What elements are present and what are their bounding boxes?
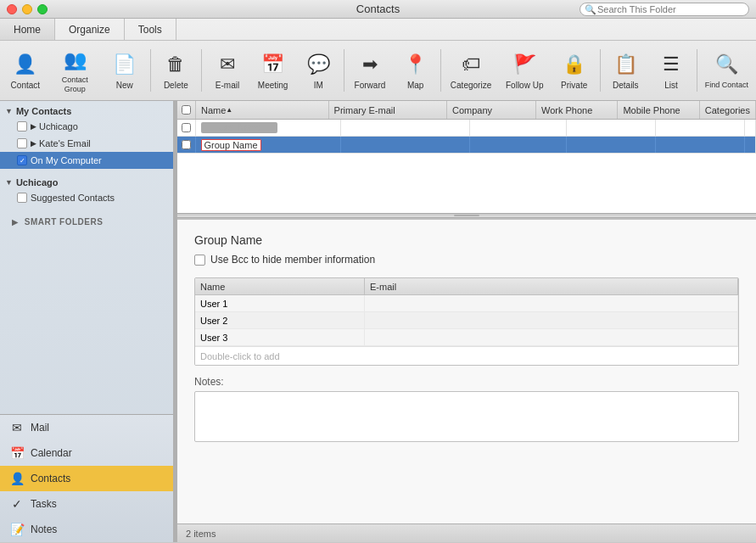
contact-group-icon: 👥 bbox=[61, 47, 88, 73]
title-search-wrapper: 🔍 bbox=[580, 3, 749, 16]
follow-up-icon: 🚩 bbox=[511, 51, 538, 78]
bcc-row: Use Bcc to hide member information bbox=[194, 254, 739, 266]
select-all-checkbox[interactable] bbox=[182, 105, 191, 115]
tab-organize[interactable]: Organize bbox=[55, 19, 125, 40]
email-icon: ✉ bbox=[214, 51, 241, 78]
close-button[interactable] bbox=[7, 4, 17, 14]
row-name-group: Group Name bbox=[196, 137, 341, 153]
tab-tools[interactable]: Tools bbox=[125, 19, 176, 40]
maximize-button[interactable] bbox=[37, 4, 48, 14]
minimize-button[interactable] bbox=[22, 4, 32, 14]
nav-mail[interactable]: ✉ Mail bbox=[0, 415, 173, 440]
details-button[interactable]: 📋 Details bbox=[603, 43, 647, 98]
expand-arrow: ▼ bbox=[5, 107, 13, 115]
checkbox-uchicago[interactable] bbox=[17, 121, 27, 132]
tasks-label: Tasks bbox=[31, 498, 57, 510]
members-header: Name E-mail bbox=[195, 278, 738, 295]
row-email-group bbox=[341, 137, 470, 153]
on-my-computer-label: On My Computer bbox=[31, 155, 102, 165]
nav-notes[interactable]: 📝 Notes bbox=[0, 517, 173, 542]
item-count: 2 items bbox=[186, 529, 216, 539]
tab-home[interactable]: Home bbox=[0, 19, 55, 40]
find-contact-icon: 🔍 bbox=[713, 51, 740, 78]
private-button[interactable]: 🔒 Private bbox=[552, 43, 596, 98]
bcc-checkbox[interactable] bbox=[194, 255, 205, 266]
checkbox-suggested[interactable] bbox=[17, 193, 27, 203]
sidebar-item-kates-email[interactable]: ▶ Kate's Email bbox=[0, 135, 173, 152]
blurred-name: User Name bbox=[201, 122, 278, 133]
contact-button[interactable]: 👤 Contact bbox=[3, 43, 48, 98]
header-company[interactable]: Company bbox=[447, 101, 536, 119]
header-email[interactable]: Primary E-mail bbox=[329, 101, 447, 119]
row-cat-group bbox=[745, 137, 756, 153]
meeting-button[interactable]: 📅 Meeting bbox=[251, 43, 295, 98]
check-group[interactable] bbox=[182, 140, 191, 149]
arrow-uchicago: ▶ bbox=[31, 122, 36, 131]
check-user[interactable] bbox=[182, 123, 191, 132]
delete-button[interactable]: 🗑 Delete bbox=[154, 43, 199, 98]
member-name-3: User 3 bbox=[195, 329, 365, 345]
member-email-3 bbox=[365, 329, 738, 345]
row-work-user bbox=[567, 120, 656, 136]
search-icon: 🔍 bbox=[585, 3, 596, 14]
nav-contacts[interactable]: 👤 Contacts bbox=[0, 466, 173, 491]
status-bar: 2 items bbox=[177, 523, 756, 542]
header-name[interactable]: Name bbox=[196, 101, 329, 119]
new-icon: 📄 bbox=[111, 51, 138, 78]
my-contacts-label: My Contacts bbox=[16, 106, 71, 116]
find-contact-button[interactable]: 🔍 Find Contact bbox=[701, 43, 753, 98]
categorize-button[interactable]: 🏷 Categorize bbox=[445, 43, 496, 98]
member-row-2[interactable]: User 2 bbox=[195, 312, 738, 329]
ribbon: Home Organize Tools 👤 Contact 👥 Contact … bbox=[0, 19, 756, 101]
sidebar-item-uchicago[interactable]: ▶ Uchicago bbox=[0, 118, 173, 135]
arrow-kates: ▶ bbox=[31, 139, 36, 148]
sidebar-item-on-my-computer[interactable]: ✓ On My Computer bbox=[0, 152, 173, 169]
header-categories[interactable]: Categories bbox=[700, 101, 756, 119]
sidebar: ▼ My Contacts ▶ Uchicago ▶ Kate's Email … bbox=[0, 101, 174, 542]
contact-group-button[interactable]: 👥 Contact Group bbox=[49, 43, 101, 98]
sidebar-item-suggested[interactable]: Suggested Contacts bbox=[0, 189, 173, 206]
row-name-user: User Name bbox=[196, 120, 341, 136]
row-company-group bbox=[470, 137, 567, 153]
window-title: Contacts bbox=[356, 3, 400, 15]
uchicago2-section: ▼ Uchicago Suggested Contacts bbox=[0, 172, 173, 210]
im-icon: 💬 bbox=[305, 51, 332, 78]
search-input[interactable] bbox=[580, 3, 749, 16]
window-controls[interactable] bbox=[7, 4, 48, 14]
im-button[interactable]: 💬 IM bbox=[296, 43, 340, 98]
my-contacts-header[interactable]: ▼ My Contacts bbox=[0, 104, 173, 118]
checkbox-kates[interactable] bbox=[17, 138, 27, 148]
list-button[interactable]: ☰ List bbox=[649, 43, 693, 98]
row-company-user bbox=[470, 120, 567, 136]
notes-nav-icon: 📝 bbox=[8, 521, 25, 538]
members-table: Name E-mail User 1 User 2 User 3 Dou bbox=[194, 277, 739, 366]
double-click-add[interactable]: Double-click to add bbox=[195, 346, 738, 365]
row-check-user[interactable] bbox=[177, 120, 196, 136]
member-row-1[interactable]: User 1 bbox=[195, 295, 738, 312]
forward-button[interactable]: ➡ Forward bbox=[348, 43, 392, 98]
row-check-group[interactable] bbox=[177, 137, 196, 153]
notes-textarea[interactable] bbox=[194, 391, 739, 442]
header-work[interactable]: Work Phone bbox=[536, 101, 618, 119]
nav-calendar[interactable]: 📅 Calendar bbox=[0, 440, 173, 466]
header-mobile[interactable]: Mobile Phone bbox=[618, 101, 699, 119]
member-row-3[interactable]: User 3 bbox=[195, 329, 738, 346]
splitter-handle bbox=[454, 215, 479, 216]
contact-row-group[interactable]: Group Name bbox=[177, 137, 756, 154]
map-button[interactable]: 📍 Map bbox=[394, 43, 438, 98]
contact-row-user[interactable]: User Name bbox=[177, 120, 756, 137]
header-check bbox=[177, 101, 196, 119]
row-cat-user bbox=[745, 120, 756, 136]
email-button[interactable]: ✉ E-mail bbox=[205, 43, 249, 98]
ribbon-toolbar: 👤 Contact 👥 Contact Group 📄 New 🗑 Delete… bbox=[0, 41, 756, 100]
detail-pane: Group Name Use Bcc to hide member inform… bbox=[177, 218, 756, 523]
follow-up-button[interactable]: 🚩 Follow Up bbox=[499, 43, 551, 98]
members-col-name: Name bbox=[195, 278, 365, 294]
nav-tasks[interactable]: ✓ Tasks bbox=[0, 491, 173, 517]
list-header: Name Primary E-mail Company Work Phone M… bbox=[177, 101, 756, 120]
checkbox-on-my-computer[interactable]: ✓ bbox=[17, 155, 27, 165]
suggested-contacts-label: Suggested Contacts bbox=[31, 193, 115, 203]
uchicago2-header[interactable]: ▼ Uchicago bbox=[0, 176, 173, 189]
new-button[interactable]: 📄 New bbox=[103, 43, 147, 98]
contacts-label: Contacts bbox=[31, 473, 70, 484]
